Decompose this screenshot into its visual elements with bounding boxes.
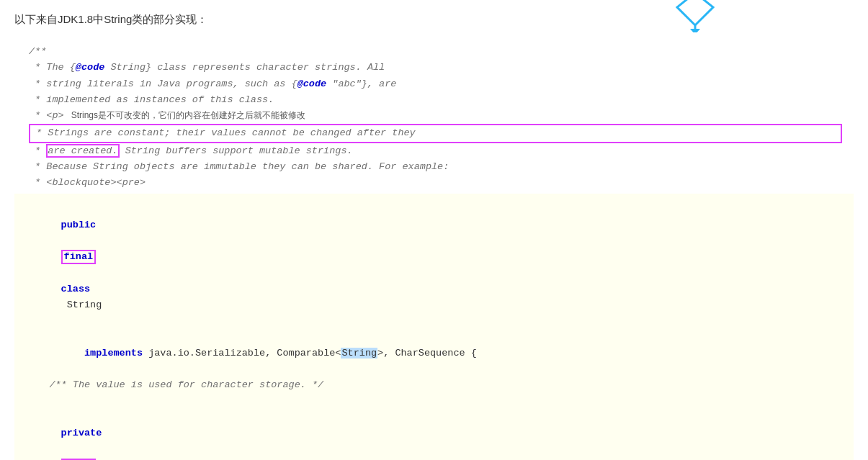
keyword-implements: implements [84, 348, 143, 358]
comment-line-5: * <p>Strings是不可改变的，它们的内容在创建好之后就不能被修改 [29, 108, 842, 124]
code-line-private-final-char: private final char value[]; [26, 394, 842, 460]
keyword-private-1: private [61, 428, 102, 438]
code-line-implements: implements java.io.Serializable, Compara… [26, 330, 842, 378]
comment-line-7: * are created. String buffers support mu… [29, 143, 842, 159]
svg-marker-2 [690, 29, 700, 32]
comment-line-3: * string literals in Java programs, such… [29, 76, 842, 92]
comment-line-9: * <blockquote><pre> [29, 175, 842, 191]
svg-marker-0 [677, 0, 713, 25]
page-container: 以下来自JDK1.8中String类的部分实现： /** * The {@cod… [0, 0, 868, 460]
keyword-final-1: final [61, 250, 97, 264]
comment-line-4: * implemented as instances of this class… [29, 92, 842, 108]
code-block: public final class String implements jav… [14, 194, 854, 460]
code-line-public-class: public final class String [26, 201, 842, 329]
keyword-class: class [61, 284, 91, 294]
arrow-decoration [666, 0, 724, 32]
comment-line-2: * The {@code String} class represents ch… [29, 60, 842, 76]
comment-block: /** * The {@code String} class represent… [14, 37, 854, 194]
page-heading: 以下来自JDK1.8中String类的部分实现： [14, 13, 854, 27]
comment-line-1: /** [29, 44, 842, 60]
code-line-value-comment: /** The value is used for character stor… [26, 377, 842, 393]
keyword-public: public [61, 220, 97, 230]
comment-line-8: * Because String objects are immutable t… [29, 159, 842, 175]
comment-line-6-highlighted: * Strings are constant; their values can… [29, 124, 842, 143]
tooltip-text: Strings是不可改变的，它们的内容在创建好之后就不能被修改 [71, 110, 305, 120]
